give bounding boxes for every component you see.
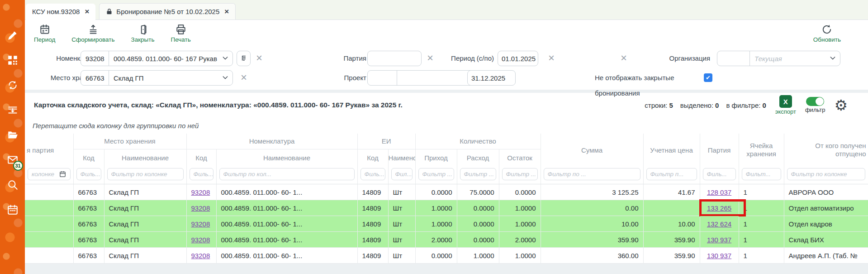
clear-extra-icon[interactable]: × bbox=[618, 51, 629, 66]
door-icon bbox=[137, 24, 149, 35]
mail-icon[interactable]: 31 bbox=[6, 154, 19, 166]
project-code-field[interactable] bbox=[368, 71, 397, 85]
group-header-unit[interactable]: ЕИ bbox=[357, 134, 415, 149]
tab-close-icon[interactable]: × bbox=[224, 8, 229, 15]
project-name-field[interactable] bbox=[397, 71, 475, 85]
chevron-down-icon[interactable] bbox=[222, 74, 229, 82]
organization-select[interactable]: Текущая bbox=[717, 51, 840, 66]
period-from-input[interactable]: 01.01.2025 bbox=[498, 51, 538, 66]
search-icon[interactable] bbox=[6, 178, 19, 191]
cell-batch-date bbox=[25, 184, 73, 200]
gear-icon[interactable]: ⚙ bbox=[834, 98, 848, 113]
sync-icon[interactable] bbox=[6, 79, 19, 91]
cell-nomenclature-name: 000.4859. 011.000- 60- 1... bbox=[216, 216, 357, 232]
sub-header[interactable]: Код bbox=[73, 149, 104, 166]
party-link[interactable]: 133 265 bbox=[707, 204, 731, 212]
column-filter-input[interactable]: Фильт... bbox=[742, 168, 781, 180]
column-filter-input[interactable]: Фильтр по ... bbox=[544, 168, 640, 180]
print-queue-icon[interactable] bbox=[6, 104, 19, 116]
group-by-hint[interactable]: Перетащите сюда колонку для группировки … bbox=[25, 117, 868, 134]
storage-name-field[interactable]: Склад ГП bbox=[109, 71, 222, 85]
column-filter-input[interactable]: Филь... bbox=[703, 168, 736, 180]
column-filter-input[interactable]: Фильтр по колонке bbox=[787, 168, 865, 180]
nomenclature-code-link[interactable]: 93208 bbox=[191, 236, 210, 244]
hide-closed-checkbox[interactable]: ✔ bbox=[704, 73, 712, 82]
nomenclature-select[interactable]: 93208 000.4859. 011.000- 60- 167 Рукав bbox=[81, 51, 233, 66]
column-header-batch[interactable]: я партия bbox=[25, 134, 73, 166]
column-header-party[interactable]: Партия bbox=[700, 134, 739, 166]
column-filter-input[interactable]: Филь... bbox=[76, 168, 101, 180]
table-row[interactable]: 66763Склад ГП93208000.4859. 011.000- 60-… bbox=[25, 200, 868, 216]
qr-code-icon[interactable] bbox=[6, 54, 19, 67]
refresh-button[interactable]: Обновить bbox=[813, 24, 841, 43]
nomenclature-code-link[interactable]: 93208 bbox=[191, 188, 210, 196]
column-filter-input[interactable]: Филь... bbox=[360, 168, 385, 180]
column-header-counterparty[interactable]: От кого получен отпущено bbox=[784, 134, 868, 166]
clear-nomenclature-icon[interactable]: × bbox=[254, 51, 265, 66]
clear-storage-icon[interactable]: × bbox=[238, 70, 249, 86]
sub-header[interactable]: Наименование bbox=[104, 149, 186, 166]
tab-close-icon[interactable]: × bbox=[85, 8, 89, 15]
group-header-nomenclature[interactable]: Номенклатура bbox=[186, 134, 357, 149]
column-header-cell[interactable]: Ячейка хранения bbox=[739, 134, 784, 166]
storage-code-field[interactable]: 66763 bbox=[81, 71, 109, 85]
print-button[interactable]: Печать bbox=[171, 24, 191, 43]
column-header-sum[interactable]: Сумма bbox=[541, 134, 643, 166]
sub-header[interactable]: Наименование bbox=[216, 149, 357, 166]
nomenclature-code-field[interactable]: 93208 bbox=[81, 51, 109, 66]
column-filter-input[interactable]: Фильтр ... bbox=[418, 168, 454, 180]
party-link[interactable]: 128 037 bbox=[707, 188, 731, 196]
generate-button[interactable]: Сформировать bbox=[71, 24, 114, 43]
column-filter-input[interactable]: Фильтр ... bbox=[460, 168, 496, 180]
period-to-input[interactable]: 31.12.2025 bbox=[467, 70, 516, 86]
chevron-down-icon[interactable] bbox=[829, 54, 836, 63]
party-link[interactable]: 132 624 bbox=[707, 220, 731, 228]
column-filter-input[interactable]: Фильтр по кол... bbox=[219, 168, 355, 180]
column-filter-input[interactable]: колонке bbox=[28, 168, 71, 180]
sub-header[interactable]: Расход bbox=[457, 149, 499, 166]
filter-toggle[interactable] bbox=[806, 97, 824, 106]
tab-ksu[interactable]: КСУ ном.93208 × bbox=[26, 4, 95, 20]
chevron-down-icon[interactable] bbox=[222, 54, 229, 63]
close-button[interactable]: Закрыть bbox=[131, 24, 155, 43]
organization-code-field[interactable] bbox=[717, 51, 750, 66]
mail-badge: 31 bbox=[13, 161, 23, 171]
column-filter-input[interactable]: Филь... bbox=[190, 168, 213, 180]
column-filter-input[interactable]: Фильтр п... bbox=[646, 168, 697, 180]
nomenclature-name-field[interactable]: 000.4859. 011.000- 60- 167 Рукав bbox=[109, 51, 222, 66]
period-button[interactable]: Период bbox=[34, 24, 55, 43]
export-button[interactable]: X экспорт bbox=[775, 95, 796, 115]
clear-period-icon[interactable]: × bbox=[546, 51, 557, 66]
table-row[interactable]: 66763Склад ГП93208000.4859. 011.000- 60-… bbox=[25, 216, 868, 232]
clear-party-icon[interactable]: × bbox=[425, 51, 436, 66]
sub-header[interactable]: Приход bbox=[415, 149, 457, 166]
nomenclature-code-link[interactable]: 93208 bbox=[191, 252, 210, 260]
sub-header[interactable]: Наименование bbox=[388, 149, 415, 166]
nomenclature-code-link[interactable]: 93208 bbox=[191, 220, 210, 228]
column-header-price[interactable]: Учетная цена bbox=[643, 134, 700, 166]
calendar-icon[interactable] bbox=[6, 203, 19, 216]
party-link[interactable]: 130 937 bbox=[707, 236, 731, 244]
tab-booking[interactable]: Бронирование №5 от 10.02.2025 × bbox=[99, 3, 236, 19]
group-header-quantity[interactable]: Количество bbox=[415, 134, 541, 149]
sub-header[interactable]: Остаток bbox=[499, 149, 541, 166]
group-header-storage[interactable]: Место хранения bbox=[73, 134, 186, 149]
column-filter-input[interactable]: Фильтр по колонке bbox=[107, 168, 184, 180]
party-input[interactable] bbox=[367, 51, 422, 66]
cell-party: 132 624 bbox=[700, 216, 739, 232]
pencil-icon[interactable] bbox=[6, 29, 19, 42]
table-row[interactable]: 66763Склад ГП93208000.4859. 011.000- 60-… bbox=[25, 184, 868, 200]
column-filter-input[interactable]: Фильтр ... bbox=[502, 168, 538, 180]
nomenclature-code-link[interactable]: 93208 bbox=[191, 204, 210, 212]
folder-icon[interactable] bbox=[6, 129, 19, 141]
party-link[interactable]: 130 937 bbox=[707, 252, 731, 260]
tree-view-button[interactable] bbox=[237, 51, 251, 66]
storage-select[interactable]: 66763 Склад ГП bbox=[81, 70, 233, 86]
table-row[interactable]: 66763Склад ГП93208000.4859. 011.000- 60-… bbox=[25, 232, 868, 248]
organization-placeholder[interactable]: Текущая bbox=[750, 51, 829, 66]
table-row[interactable]: 66763Склад ГП93208000.4859. 011.000- 60-… bbox=[25, 248, 868, 264]
filter-toggle-block[interactable]: фильтр bbox=[805, 97, 825, 113]
sub-header[interactable]: Код bbox=[186, 149, 216, 166]
column-filter-input[interactable]: Фил... bbox=[391, 168, 413, 180]
sub-header[interactable]: Код bbox=[357, 149, 388, 166]
